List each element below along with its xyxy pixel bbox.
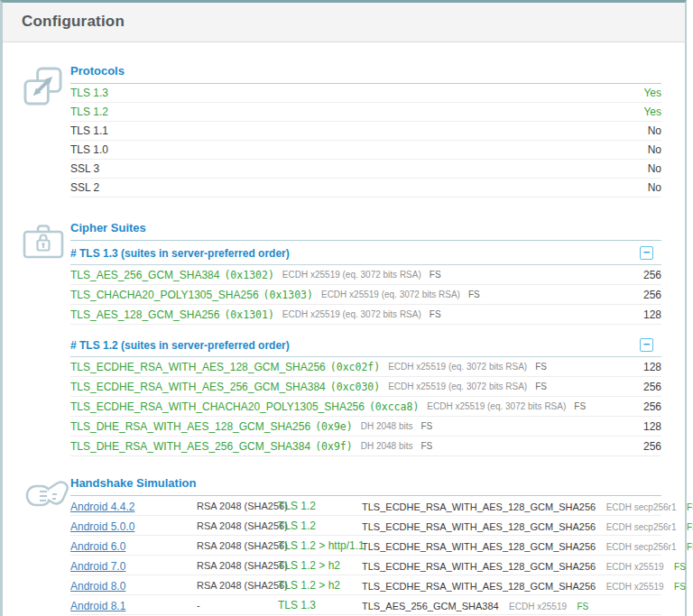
handshake-icon [23, 478, 73, 512]
cipher-group-tls12: # TLS 1.2 (suites in server-preferred or… [70, 333, 661, 456]
cipher-group-header: # TLS 1.3 (suites in server-preferred or… [70, 241, 661, 265]
client-link[interactable]: Android 8.1 [70, 600, 125, 612]
key-type: RSA 2048 (SHA256) [197, 580, 278, 591]
negotiated-protocol: TLS 1.2 [278, 500, 362, 512]
protocol-name: TLS 1.0 [70, 143, 108, 156]
key-exchange-info: ECDH x25519 [606, 562, 664, 572]
protocol-row: SSL 2 No [70, 179, 661, 198]
cipher-suites-title: Cipher Suites [70, 221, 661, 241]
forward-secrecy-flag: FS [687, 502, 693, 512]
protocol-value: Yes [643, 87, 661, 99]
cipher-suite-row: TLS_DHE_RSA_WITH_AES_256_GCM_SHA384 (0x9… [70, 437, 661, 456]
forward-secrecy-flag: FS [674, 562, 686, 572]
key-type: RSA 2048 (SHA256) [197, 560, 278, 571]
cipher-name: TLS_DHE_RSA_WITH_AES_256_GCM_SHA384 [70, 440, 310, 453]
key-exchange-info: DH 2048 bits [361, 421, 413, 431]
negotiated-cipher: TLS_ECDHE_RSA_WITH_AES_128_GCM_SHA256 [362, 581, 596, 592]
cipher-hex-code: (0x1301) [224, 308, 273, 321]
negotiated-cipher-cell: TLS_ECDHE_RSA_WITH_AES_128_GCM_SHA256 EC… [362, 498, 693, 514]
cipher-hex-code: (0xcca8) [369, 400, 419, 413]
protocol-value: No [648, 181, 661, 194]
forward-secrecy-flag: FS [420, 421, 432, 431]
handshake-simulation-title: Handshake Simulation [70, 476, 661, 496]
key-exchange-info: ECDH x25519 (eq. 3072 bits RSA) [321, 290, 460, 299]
key-exchange-info: ECDH x25519 [606, 582, 664, 592]
negotiated-cipher-cell: TLS_ECDHE_RSA_WITH_AES_128_GCM_SHA256 EC… [362, 557, 686, 574]
cipher-suite-row: TLS_DHE_RSA_WITH_AES_128_GCM_SHA256 (0x9… [70, 417, 661, 437]
key-type: RSA 2048 (SHA256) [197, 540, 278, 551]
cipher-suite-row: TLS_ECDHE_RSA_WITH_CHACHA20_POLY1305_SHA… [70, 397, 661, 417]
collapse-group-button[interactable]: − [640, 246, 653, 260]
cipher-hex-code: (0x9f) [315, 440, 353, 453]
negotiated-cipher-cell: TLS_ECDHE_RSA_WITH_AES_128_GCM_SHA256 EC… [362, 538, 693, 554]
negotiated-protocol: TLS 1.2 > h2 [278, 579, 362, 592]
cipher-name: TLS_CHACHA20_POLY1305_SHA256 [70, 289, 259, 301]
minus-icon: − [643, 338, 651, 350]
cipher-group-header-label: # TLS 1.3 (suites in server-preferred or… [70, 247, 290, 260]
collapse-group-button[interactable]: − [640, 338, 653, 352]
client-link[interactable]: Android 6.0 [70, 540, 125, 553]
protocol-value: No [648, 143, 661, 156]
cipher-suite-row: TLS_CHACHA20_POLY1305_SHA256 (0x1303) EC… [70, 285, 661, 305]
negotiated-protocol: TLS 1.3 [278, 599, 362, 611]
protocols-icon-column [23, 64, 70, 198]
key-exchange-info: ECDH secp256r1 [606, 502, 677, 512]
key-type: - [197, 600, 278, 611]
protocol-name: TLS 1.3 [70, 87, 108, 99]
handshake-row: Android 5.0.0 RSA 2048 (SHA256) TLS 1.2 … [70, 516, 661, 536]
key-exchange-info: DH 2048 bits [361, 441, 413, 451]
cipher-suite-row: TLS_ECDHE_RSA_WITH_AES_128_GCM_SHA256 (0… [70, 357, 661, 377]
key-exchange-info: ECDH secp256r1 [606, 542, 677, 552]
negotiated-protocol: TLS 1.2 [278, 519, 362, 532]
cipher-strength-bits: 128 [643, 420, 661, 433]
client-link[interactable]: Android 5.0.0 [70, 520, 134, 533]
protocol-row: TLS 1.3 Yes [70, 84, 661, 103]
negotiated-cipher: TLS_ECDHE_RSA_WITH_AES_128_GCM_SHA256 [362, 541, 596, 552]
protocol-value: No [648, 162, 661, 175]
key-exchange-info: ECDH x25519 (eq. 3072 bits RSA) [282, 309, 421, 319]
handshake-icon-column [23, 476, 70, 615]
cipher-suite-row: TLS_AES_128_GCM_SHA256 (0x1301) ECDH x25… [70, 305, 661, 325]
negotiated-cipher: TLS_AES_256_GCM_SHA384 [362, 601, 499, 611]
forward-secrecy-flag: FS [574, 401, 586, 411]
cipher-name: TLS_DHE_RSA_WITH_AES_128_GCM_SHA256 [70, 420, 310, 433]
key-exchange-info: ECDH x25519 (eq. 3072 bits RSA) [427, 401, 566, 411]
negotiated-cipher: TLS_ECDHE_RSA_WITH_AES_128_GCM_SHA256 [362, 501, 596, 512]
key-exchange-info: ECDH x25519 [509, 602, 567, 611]
cipher-name: TLS_AES_256_GCM_SHA384 [70, 269, 219, 281]
protocol-row: TLS 1.0 No [70, 141, 661, 160]
cipher-hex-code: (0x1302) [224, 269, 273, 281]
cipher-name: TLS_ECDHE_RSA_WITH_CHACHA20_POLY1305_SHA… [70, 400, 365, 413]
protocol-value: No [648, 124, 661, 137]
forward-secrecy-flag: FS [687, 522, 693, 532]
handshake-row: Android 8.0 RSA 2048 (SHA256) TLS 1.2 > … [70, 575, 661, 595]
handshake-row: Android 7.0 RSA 2048 (SHA256) TLS 1.2 > … [70, 556, 661, 575]
client-link[interactable]: Android 4.4.2 [70, 501, 134, 513]
key-exchange-info: ECDH x25519 (eq. 3072 bits RSA) [388, 362, 527, 372]
protocol-name: TLS 1.1 [70, 124, 108, 137]
cipher-strength-bits: 256 [643, 400, 661, 413]
cipher-group-tls13: # TLS 1.3 (suites in server-preferred or… [70, 241, 661, 325]
client-link[interactable]: Android 7.0 [70, 560, 125, 573]
negotiated-protocol: TLS 1.2 > h2 [278, 559, 362, 572]
client-link[interactable]: Android 8.0 [70, 580, 125, 593]
forward-secrecy-flag: FS [687, 542, 693, 552]
cipher-strength-bits: 128 [643, 308, 661, 321]
cipher-name: TLS_ECDHE_RSA_WITH_AES_128_GCM_SHA256 [70, 361, 326, 373]
negotiated-cipher-cell: TLS_ECDHE_RSA_WITH_AES_128_GCM_SHA256 EC… [362, 577, 686, 593]
handshake-row: Android 4.4.2 RSA 2048 (SHA256) TLS 1.2 … [70, 496, 661, 516]
cipher-hex-code: (0xc030) [330, 381, 380, 393]
cipher-suite-row: TLS_ECDHE_RSA_WITH_AES_256_GCM_SHA384 (0… [70, 377, 661, 397]
briefcase-lock-icon [23, 223, 64, 261]
negotiated-cipher: TLS_ECDHE_RSA_WITH_AES_128_GCM_SHA256 [362, 561, 596, 572]
negotiated-cipher-cell: TLS_ECDHE_RSA_WITH_AES_128_GCM_SHA256 EC… [362, 518, 693, 534]
protocol-row: SSL 3 No [70, 160, 661, 179]
page-title: Configuration [22, 13, 667, 31]
forward-secrecy-flag: FS [577, 602, 588, 611]
forward-secrecy-flag: FS [420, 441, 432, 451]
cipher-suites-icon-column [23, 221, 70, 456]
protocols-title: Protocols [70, 64, 661, 84]
negotiated-cipher: TLS_ECDHE_RSA_WITH_AES_128_GCM_SHA256 [362, 521, 596, 532]
protocol-row: TLS 1.2 Yes [70, 103, 661, 122]
configuration-panel: Configuration Protocols TLS 1.3 Yes TLS … [0, 0, 687, 616]
